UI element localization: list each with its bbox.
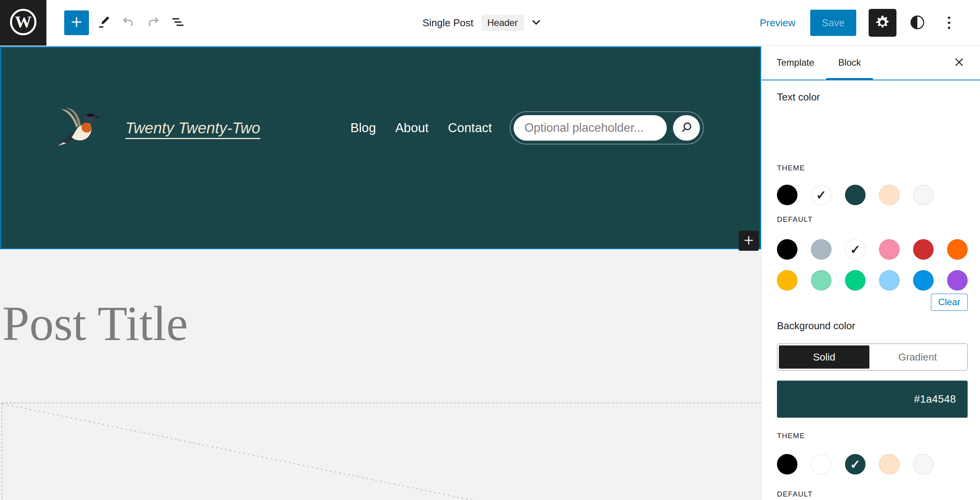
color-swatch[interactable]	[845, 185, 866, 205]
preview-button[interactable]: Preview	[760, 17, 795, 29]
undo-icon	[121, 14, 136, 31]
styles-half-circle-icon	[910, 15, 925, 31]
block-settings-panel: Text color THEME DEFAULT	[761, 80, 980, 498]
search-submit-button[interactable]	[673, 115, 700, 141]
document-title: Single Post	[422, 17, 473, 29]
color-swatch[interactable]	[845, 270, 866, 291]
block-inserter-button[interactable]	[64, 10, 89, 35]
settings-button[interactable]	[869, 9, 896, 37]
gear-icon	[874, 14, 891, 32]
post-title-block[interactable]: Post Title	[2, 296, 188, 352]
color-swatch[interactable]	[879, 185, 900, 205]
redo-icon	[145, 14, 161, 31]
default-palette-label: DEFAULT	[777, 490, 968, 498]
plus-icon	[743, 234, 755, 248]
site-logo-bird-image[interactable]	[57, 106, 103, 150]
text-color-default-swatches-row2	[777, 270, 968, 291]
color-swatch[interactable]	[811, 454, 831, 474]
search-block	[510, 111, 704, 145]
gradient-tab[interactable]: Gradient	[869, 345, 966, 369]
header-template-part-block[interactable]: Twenty Twenty-Two Blog About Contact	[0, 46, 761, 249]
edit-tool-button[interactable]	[94, 10, 114, 35]
color-swatch[interactable]	[913, 185, 934, 205]
close-sidebar-button[interactable]	[949, 53, 969, 73]
options-menu-button[interactable]	[941, 9, 958, 37]
nav-item-contact[interactable]: Contact	[448, 121, 492, 135]
site-title-link[interactable]: Twenty Twenty-Two	[125, 119, 260, 137]
color-swatch[interactable]	[879, 239, 900, 260]
nav-item-blog[interactable]: Blog	[350, 121, 376, 135]
tab-template[interactable]: Template	[765, 46, 826, 80]
tab-block[interactable]: Block	[826, 46, 873, 80]
color-hex-value: #1a4548	[914, 393, 956, 405]
post-content-placeholder[interactable]	[2, 403, 761, 500]
editor-workspace: Twenty Twenty-Two Blog About Contact	[0, 46, 980, 500]
color-swatch[interactable]	[947, 270, 968, 291]
color-swatch[interactable]	[777, 185, 797, 205]
theme-palette-label: THEME	[777, 432, 968, 440]
save-button[interactable]: Save	[810, 10, 856, 36]
text-color-theme-swatches	[777, 185, 968, 205]
undo-button[interactable]	[118, 10, 138, 35]
color-swatch[interactable]	[811, 239, 831, 260]
color-swatch[interactable]	[777, 454, 797, 474]
solid-tab[interactable]: Solid	[779, 345, 869, 369]
list-view-icon	[170, 14, 186, 31]
document-badge: Header	[481, 15, 524, 31]
color-swatch[interactable]	[879, 270, 900, 291]
sidebar-tabbar: Template Block	[761, 46, 980, 80]
color-swatch[interactable]	[845, 239, 866, 260]
close-icon	[954, 57, 964, 68]
editor-toolbar: W	[0, 0, 980, 46]
background-color-theme-swatches	[777, 454, 968, 474]
default-palette-label: DEFAULT	[777, 215, 968, 224]
document-title-dropdown[interactable]: Single Post Header	[422, 0, 541, 46]
header-navigation: Blog About Contact	[350, 121, 492, 135]
kebab-icon	[948, 17, 950, 19]
color-swatch[interactable]	[811, 185, 831, 205]
header-right-group: Blog About Contact	[350, 111, 704, 145]
wordpress-logo-icon: W	[9, 8, 38, 38]
color-swatch[interactable]	[879, 454, 900, 474]
clear-color-button[interactable]: Clear	[931, 294, 968, 311]
color-swatch[interactable]	[947, 239, 968, 260]
current-color-preview[interactable]: #1a4548	[777, 381, 968, 418]
color-swatch[interactable]	[777, 239, 797, 260]
site-brand-group: Twenty Twenty-Two	[57, 106, 260, 150]
chevron-down-icon	[532, 19, 541, 27]
header-row-block: Twenty Twenty-Two Blog About Contact	[1, 106, 760, 150]
background-color-heading: Background color	[777, 320, 968, 332]
plus-icon	[69, 15, 84, 31]
placeholder-diagonal-line	[2, 403, 761, 500]
color-swatch[interactable]	[913, 454, 934, 474]
redo-button[interactable]	[143, 10, 163, 35]
settings-sidebar: Template Block Text color THEME DEFAU	[761, 46, 980, 500]
text-color-default-swatches-row1	[777, 239, 968, 260]
toolbar-right-group: Preview Save	[760, 0, 980, 46]
styles-button[interactable]	[906, 9, 929, 37]
search-input[interactable]	[514, 115, 667, 141]
theme-palette-label: THEME	[777, 164, 968, 172]
nav-item-about[interactable]: About	[395, 121, 429, 135]
color-swatch[interactable]	[777, 270, 797, 291]
color-swatch[interactable]	[845, 454, 866, 474]
svg-text:W: W	[15, 12, 31, 31]
list-view-button[interactable]	[168, 10, 188, 35]
block-appender-button[interactable]	[739, 231, 759, 251]
wordpress-menu-button[interactable]: W	[0, 0, 46, 46]
color-type-toggle: Solid Gradient	[777, 344, 968, 371]
text-color-heading: Text color	[777, 91, 968, 103]
color-swatch[interactable]	[811, 270, 831, 291]
pencil-icon	[96, 15, 111, 31]
editor-canvas: Twenty Twenty-Two Blog About Contact	[0, 46, 761, 500]
search-icon	[680, 121, 693, 135]
color-swatch[interactable]	[913, 239, 934, 260]
color-swatch[interactable]	[913, 270, 934, 291]
